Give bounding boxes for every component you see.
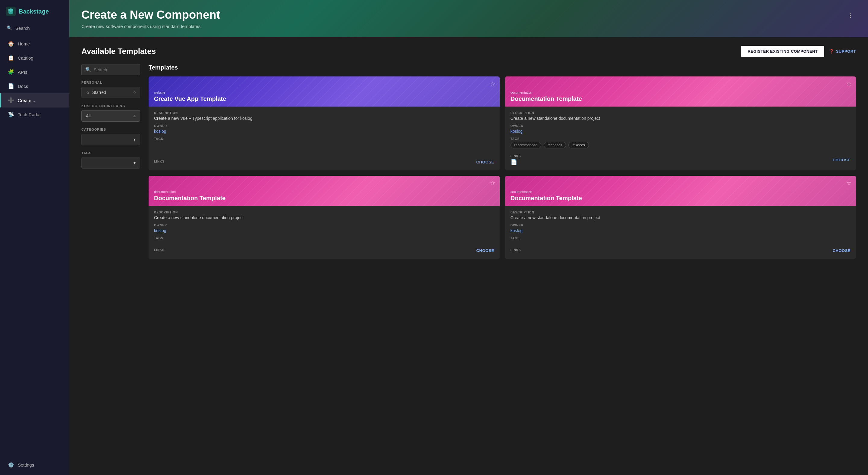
owner-label-docs-2: OWNER bbox=[154, 224, 494, 227]
owner-label-vue-app: OWNER bbox=[154, 124, 494, 128]
categories-dropdown[interactable]: ▾ bbox=[82, 134, 140, 145]
sidebar-bottom: ⚙️ Settings bbox=[0, 458, 69, 475]
description-label-docs-2: DESCRIPTION bbox=[154, 211, 494, 214]
tags-label-docs-3: TAGS bbox=[510, 237, 851, 240]
search-icon: 🔍 bbox=[7, 25, 12, 31]
available-templates-title: Available Templates bbox=[82, 47, 156, 56]
card-body-docs-3: DESCRIPTION Create a new standalone docu… bbox=[505, 206, 856, 259]
starred-count: 0 bbox=[133, 90, 135, 95]
sidebar-item-catalog[interactable]: 📋 Catalog bbox=[0, 51, 69, 65]
header-text: Create a New Component Create new softwa… bbox=[82, 8, 220, 29]
card-banner-docs-2: documentation Documentation Template ☆ bbox=[149, 176, 500, 206]
sidebar-item-apis-label: APIs bbox=[18, 70, 27, 75]
card-body-vue-app: DESCRIPTION Create a new Vue + Typescrip… bbox=[149, 107, 500, 170]
owner-docs-1[interactable]: koslog bbox=[510, 129, 851, 134]
page-title: Create a New Component bbox=[82, 8, 220, 21]
owner-label-docs-3: OWNER bbox=[510, 224, 851, 227]
templates-area: Templates website Create Vue App Templat… bbox=[149, 64, 856, 259]
header-menu-button[interactable]: ⋮ bbox=[844, 10, 856, 21]
description-label-docs-3: DESCRIPTION bbox=[510, 211, 851, 214]
owner-docs-2[interactable]: koslog bbox=[154, 228, 494, 233]
sidebar-item-apis[interactable]: 🧩 APIs bbox=[0, 65, 69, 79]
description-docs-1: Create a new standalone documentation pr… bbox=[510, 116, 851, 121]
star-docs-2-button[interactable]: ☆ bbox=[490, 179, 495, 186]
categories-label: CATEGORIES bbox=[82, 128, 140, 131]
header-actions: REGISTER EXISTING COMPONENT ❓ SUPPORT bbox=[741, 46, 856, 57]
sidebar-item-settings[interactable]: ⚙️ Settings bbox=[0, 458, 69, 472]
apis-icon: 🧩 bbox=[7, 69, 14, 75]
links-label-docs-2: LINKS bbox=[154, 248, 164, 252]
star-icon: ☆ bbox=[86, 90, 90, 95]
search-box[interactable]: 🔍 ✕ bbox=[82, 64, 140, 75]
template-card-vue-app: website Create Vue App Template ☆ DESCRI… bbox=[149, 76, 500, 170]
sidebar-item-home[interactable]: 🏠 Home bbox=[0, 37, 69, 51]
owner-vue-app[interactable]: koslog bbox=[154, 129, 494, 134]
template-card-docs-2: documentation Documentation Template ☆ D… bbox=[149, 176, 500, 259]
template-card-docs-1: documentation Documentation Template ☆ D… bbox=[505, 76, 856, 170]
star-docs-3-button[interactable]: ☆ bbox=[846, 179, 852, 186]
search-label: Search bbox=[16, 26, 30, 31]
choose-docs-2-button[interactable]: CHOOSE bbox=[476, 247, 494, 254]
card-type-docs-1: documentation bbox=[510, 91, 851, 94]
all-label: All bbox=[86, 113, 91, 118]
template-card-docs-3: documentation Documentation Template ☆ D… bbox=[505, 176, 856, 259]
header-banner: Create a New Component Create new softwa… bbox=[69, 0, 868, 37]
koslog-filter-section: KOSLOG ENGINEERING All 4 bbox=[82, 104, 140, 124]
sidebar-item-home-label: Home bbox=[18, 41, 30, 46]
register-existing-button[interactable]: REGISTER EXISTING COMPONENT bbox=[741, 46, 824, 57]
tags-label-docs-1: TAGS bbox=[510, 137, 851, 141]
tag-techdocs: techdocs bbox=[544, 142, 566, 148]
search-input[interactable] bbox=[94, 67, 147, 72]
starred-filter-option[interactable]: ☆ Starred 0 bbox=[82, 87, 140, 98]
card-type-docs-2: documentation bbox=[154, 190, 494, 194]
main-content: Create a New Component Create new softwa… bbox=[69, 0, 868, 475]
card-body-docs-1: DESCRIPTION Create a new standalone docu… bbox=[505, 107, 856, 170]
tech-radar-icon: 📡 bbox=[7, 111, 14, 118]
card-footer-docs-3: LINKS CHOOSE bbox=[510, 245, 851, 254]
personal-label: PERSONAL bbox=[82, 81, 140, 84]
backstage-logo-icon bbox=[6, 7, 16, 16]
card-body-docs-2: DESCRIPTION Create a new standalone docu… bbox=[149, 206, 500, 259]
tags-chevron-icon: ▾ bbox=[133, 161, 135, 165]
doc-link-icon[interactable]: 📄 bbox=[510, 159, 517, 165]
starred-label: Starred bbox=[92, 90, 106, 95]
all-count: 4 bbox=[133, 114, 135, 118]
choose-docs-1-button[interactable]: CHOOSE bbox=[833, 157, 850, 164]
card-banner-docs-3: documentation Documentation Template ☆ bbox=[505, 176, 856, 206]
sidebar-item-docs[interactable]: 📄 Docs bbox=[0, 79, 69, 93]
links-label-vue-app: LINKS bbox=[154, 160, 164, 163]
sidebar-item-tech-radar-label: Tech Radar bbox=[18, 112, 41, 117]
templates-section-title: Templates bbox=[149, 64, 856, 71]
all-filter-option[interactable]: All 4 bbox=[82, 110, 140, 122]
owner-docs-3[interactable]: koslog bbox=[510, 228, 851, 233]
description-docs-2: Create a new standalone documentation pr… bbox=[154, 215, 494, 220]
card-title-docs-3: Documentation Template bbox=[510, 195, 851, 202]
sidebar-item-settings-label: Settings bbox=[18, 462, 34, 468]
sidebar-item-tech-radar[interactable]: 📡 Tech Radar bbox=[0, 107, 69, 122]
content-area: Available Templates REGISTER EXISTING CO… bbox=[69, 37, 868, 475]
card-footer-docs-2: LINKS CHOOSE bbox=[154, 245, 494, 254]
star-vue-app-button[interactable]: ☆ bbox=[490, 80, 495, 87]
sidebar-item-catalog-label: Catalog bbox=[18, 56, 33, 61]
star-docs-1-button[interactable]: ☆ bbox=[846, 80, 852, 87]
categories-chevron-icon: ▾ bbox=[133, 137, 135, 142]
koslog-label: KOSLOG ENGINEERING bbox=[82, 104, 140, 108]
description-vue-app: Create a new Vue + Typescript applicatio… bbox=[154, 116, 494, 121]
sidebar-item-create[interactable]: ➕ Create... bbox=[0, 93, 69, 107]
choose-vue-app-button[interactable]: CHOOSE bbox=[476, 159, 494, 166]
search-item[interactable]: 🔍 Search bbox=[0, 22, 69, 34]
tag-mkdocs: mkdocs bbox=[568, 142, 589, 148]
catalog-icon: 📋 bbox=[7, 55, 14, 61]
tags-dropdown[interactable]: ▾ bbox=[82, 157, 140, 169]
card-footer-docs-1: LINKS 📄 CHOOSE bbox=[510, 152, 851, 166]
support-button[interactable]: ❓ SUPPORT bbox=[829, 49, 856, 54]
support-label: SUPPORT bbox=[836, 49, 856, 54]
links-label-docs-3: LINKS bbox=[510, 248, 521, 252]
page-subtitle: Create new software components using sta… bbox=[82, 24, 220, 29]
app-logo[interactable]: Backstage bbox=[0, 0, 69, 22]
filter-panel: 🔍 ✕ PERSONAL ☆ Starred 0 KOSLOG bbox=[82, 64, 140, 259]
links-label-docs-1: LINKS bbox=[510, 155, 521, 158]
choose-docs-3-button[interactable]: CHOOSE bbox=[833, 247, 850, 254]
settings-icon: ⚙️ bbox=[7, 462, 14, 468]
tag-recommended: recommended bbox=[510, 142, 541, 148]
